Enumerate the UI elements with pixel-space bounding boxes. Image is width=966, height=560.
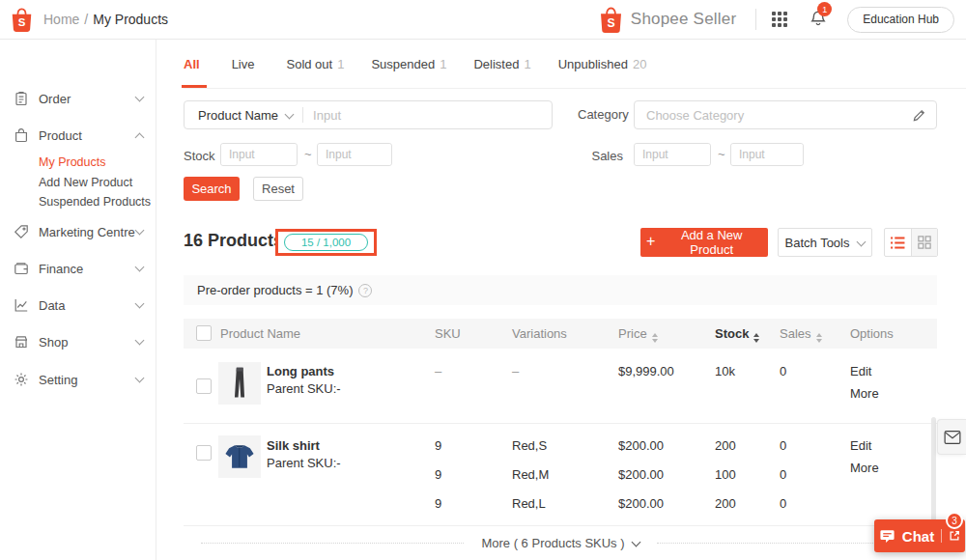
reset-button[interactable]: Reset (253, 177, 303, 201)
price-value: $9,999.00 (618, 364, 674, 378)
edit-link[interactable]: Edit (850, 438, 871, 453)
parent-sku: Parent SKU:- (267, 456, 341, 470)
header-stock-sort[interactable]: Stock (715, 326, 759, 343)
grid-view-button[interactable] (911, 229, 937, 256)
apps-grid-icon[interactable] (772, 12, 787, 27)
price-value: $200.00 (618, 438, 664, 453)
category-label: Category (578, 107, 623, 122)
sidebar-item-order[interactable]: Order (0, 88, 156, 109)
variation-value: Red,M (512, 467, 549, 482)
breadcrumb-home[interactable]: Home (43, 12, 79, 27)
variation-value: Red,L (512, 496, 546, 511)
stock-value: 10k (715, 364, 735, 378)
main-content: All Live Sold out1 Suspended1 Delisted1 … (157, 40, 966, 560)
batch-tools-button[interactable]: Batch Tools (778, 228, 872, 257)
chevron-down-icon (135, 336, 145, 346)
stock-value: 100 (715, 467, 736, 482)
sidebar-item-suspended-products[interactable]: Suspended Products (39, 193, 151, 210)
sales-min-input[interactable] (635, 144, 710, 165)
sidebar-item-product[interactable]: Product (0, 125, 156, 146)
product-name[interactable]: Silk shirt (267, 438, 320, 453)
sidebar-item-marketing-centre[interactable]: Marketing Centre (0, 221, 156, 242)
select-all-checkbox[interactable] (196, 325, 212, 341)
svg-text:S: S (607, 15, 614, 29)
tab-live[interactable]: Live (232, 40, 260, 88)
sort-icon (816, 333, 822, 343)
chevron-down-icon (135, 93, 145, 102)
pencil-icon[interactable] (912, 108, 926, 123)
row-checkbox[interactable] (196, 378, 212, 394)
sku-value: – (435, 364, 441, 378)
table-row-long-pants: Long pants Parent SKU:- – – $9,999.00 10… (184, 349, 937, 424)
sidebar-item-add-new-product[interactable]: Add New Product (39, 174, 132, 191)
sidebar-item-data[interactable]: Data (0, 294, 156, 316)
chevron-down-icon (135, 226, 145, 236)
help-icon[interactable]: ? (358, 284, 372, 297)
sidebar-item-my-products[interactable]: My Products (39, 154, 105, 171)
top-header: S Home/My Products S Shopee Seller 1 (0, 0, 966, 40)
chevron-down-icon (135, 374, 145, 383)
notification-bell-icon[interactable]: 1 (809, 8, 828, 31)
gear-icon (14, 372, 29, 387)
shirt-image (223, 442, 256, 471)
category-picker[interactable] (634, 100, 937, 129)
parent-sku: Parent SKU:- (267, 381, 341, 396)
table-row-silk-shirt: Silk shirt Parent SKU:- 9 Red,S $200.00 … (184, 424, 937, 526)
scrollbar-thumb[interactable] (931, 417, 936, 523)
stock-min-input[interactable] (221, 144, 297, 165)
tab-all[interactable]: All (184, 40, 205, 88)
edit-link[interactable]: Edit (850, 364, 871, 378)
sort-icon (753, 333, 759, 343)
sidebar-item-finance[interactable]: Finance (0, 258, 156, 279)
header-price-sort[interactable]: Price (618, 326, 658, 343)
header-sku: SKU (435, 326, 461, 341)
price-value: $200.00 (618, 467, 664, 482)
tab-unpublished[interactable]: Unpublished20 (558, 40, 647, 88)
sidebar-label: Marketing Centre (39, 225, 136, 239)
breadcrumb: Home/My Products (43, 12, 168, 27)
sidebar-label: Order (39, 92, 136, 106)
chat-unread-badge: 3 (946, 512, 963, 529)
sidebar-label: Shop (39, 335, 136, 350)
sidebar-item-setting[interactable]: Setting (0, 369, 156, 390)
header-options: Options (850, 326, 894, 341)
more-skus-button[interactable]: More ( 6 Products SKUs ) (481, 536, 639, 550)
tab-delisted[interactable]: Delisted1 (473, 40, 530, 88)
product-thumbnail-silk-shirt (218, 435, 261, 478)
quota-badge: 15 / 1,000 (284, 234, 368, 251)
popout-icon[interactable] (949, 530, 960, 542)
sidebar-label: Product (39, 128, 136, 143)
header-sales-sort[interactable]: Sales (780, 326, 822, 343)
stock-value: 200 (715, 496, 736, 511)
tab-suspended[interactable]: Suspended1 (371, 40, 446, 88)
dotted-divider (201, 543, 464, 544)
sales-max-input[interactable] (731, 144, 803, 165)
sku-value: 9 (435, 438, 441, 453)
variation-value: – (512, 364, 519, 378)
quota-highlight-box: 15 / 1,000 (275, 229, 377, 256)
add-new-product-button[interactable]: + Add a New Product (640, 228, 768, 257)
brand-name: Shopee Seller (631, 10, 736, 29)
shopee-seller-logo-icon: S (598, 6, 624, 34)
breadcrumb-current: My Products (93, 12, 168, 27)
search-field-selector[interactable]: Product Name (185, 108, 302, 123)
education-hub-button[interactable]: Education Hub (847, 7, 954, 33)
category-input[interactable] (635, 108, 912, 123)
row-checkbox[interactable] (196, 445, 212, 461)
list-view-button[interactable] (885, 229, 911, 256)
preorder-note-bar: Pre-order products = 1 (7%) ? (184, 275, 937, 305)
sidebar-item-shop[interactable]: Shop (0, 331, 156, 352)
product-name-input[interactable] (303, 108, 552, 123)
more-link[interactable]: More (850, 461, 879, 475)
list-view-icon (891, 237, 905, 249)
stock-max-input[interactable] (318, 144, 391, 165)
chevron-down-icon (631, 537, 640, 546)
header-product-name: Product Name (220, 326, 300, 341)
search-button[interactable]: Search (184, 177, 240, 201)
shopee-logo-icon[interactable]: S (10, 7, 34, 33)
message-drawer-button[interactable] (937, 419, 966, 455)
notification-badge: 1 (817, 2, 832, 16)
tab-sold-out[interactable]: Sold out1 (286, 40, 344, 88)
more-link[interactable]: More (850, 386, 879, 401)
product-name[interactable]: Long pants (267, 364, 334, 378)
